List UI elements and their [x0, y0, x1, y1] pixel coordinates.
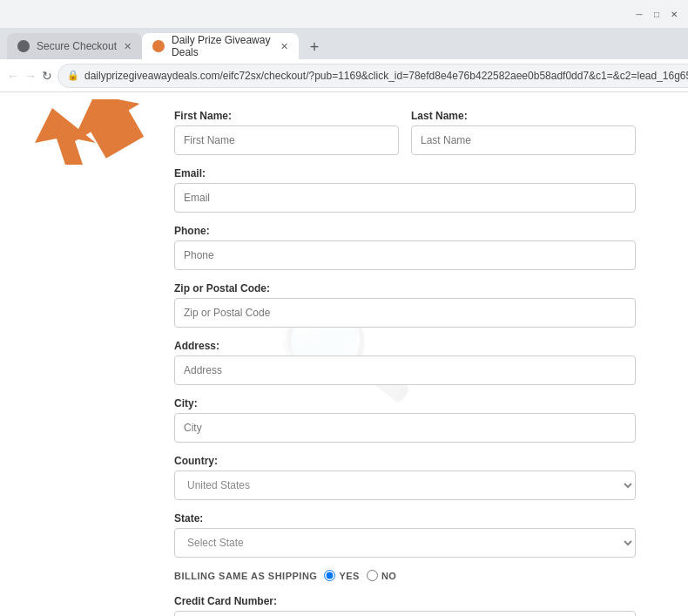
billing-no-radio[interactable]: [367, 570, 378, 581]
last-name-label: Last Name:: [411, 110, 636, 122]
state-row: State: Select State: [174, 512, 636, 558]
close-button[interactable]: ✕: [667, 7, 681, 21]
tab-favicon-daily: [152, 40, 165, 52]
state-select[interactable]: Select State: [174, 528, 636, 558]
tab-secure-checkout[interactable]: Secure Checkout ✕: [7, 33, 142, 59]
billing-no-label[interactable]: NO: [367, 570, 397, 581]
checkout-form: First Name: Last Name: Email: Phone:: [0, 92, 688, 616]
billing-yes-text: YES: [339, 571, 360, 581]
tab-label-daily: Daily Prize Giveaway Deals: [172, 34, 273, 58]
tab-daily-prize[interactable]: Daily Prize Giveaway Deals ✕: [142, 33, 299, 59]
zip-row: Zip or Postal Code:: [174, 282, 636, 328]
cc-input-wrapper: VISA: [174, 611, 636, 616]
address-text: dailyprizegiveawaydeals.com/eifc72sx/che…: [84, 70, 688, 82]
email-input[interactable]: [174, 183, 636, 213]
browser-window: ─ □ ✕ Secure Checkout ✕ Daily Prize Give…: [0, 0, 688, 616]
address-row: Address:: [174, 340, 636, 385]
zip-label: Zip or Postal Code:: [174, 282, 636, 294]
billing-yes-radio[interactable]: [324, 570, 335, 581]
minimize-button[interactable]: ─: [632, 7, 646, 21]
address-bar[interactable]: 🔒 dailyprizegiveawaydeals.com/eifc72sx/c…: [57, 64, 688, 88]
country-select[interactable]: United States: [174, 470, 636, 500]
lock-icon: 🔒: [67, 70, 79, 81]
tab-label-secure: Secure Checkout: [37, 40, 117, 52]
cc-label: Credit Card Number:: [174, 595, 636, 607]
first-name-input[interactable]: [174, 125, 399, 155]
last-name-input[interactable]: [411, 125, 636, 155]
billing-row: BILLING SAME AS SHIPPING YES NO: [174, 570, 636, 581]
billing-no-text: NO: [381, 571, 397, 581]
state-label: State:: [174, 512, 636, 525]
tab-favicon-secure: [17, 40, 30, 52]
city-label: City:: [174, 397, 636, 410]
title-bar: ─ □ ✕: [0, 0, 688, 28]
first-name-label: First Name:: [174, 110, 399, 122]
page-content: 🔍 First Name: Last Name:: [0, 92, 688, 616]
country-row: Country: United States: [174, 455, 636, 500]
address-label: Address:: [174, 340, 636, 352]
phone-input[interactable]: [174, 240, 636, 270]
address-input[interactable]: [174, 355, 636, 385]
first-name-field: First Name:: [174, 110, 399, 155]
tab-bar: Secure Checkout ✕ Daily Prize Giveaway D…: [0, 28, 688, 59]
new-tab-button[interactable]: +: [302, 35, 327, 59]
last-name-field: Last Name:: [411, 110, 636, 155]
zip-input[interactable]: [174, 298, 636, 328]
email-row: Email:: [174, 167, 636, 213]
email-label: Email:: [174, 167, 636, 179]
billing-label: BILLING SAME AS SHIPPING: [174, 571, 317, 581]
name-row: First Name: Last Name:: [174, 110, 636, 155]
cc-field: Credit Card Number: VISA: [174, 595, 636, 616]
city-input[interactable]: [174, 413, 636, 443]
back-button[interactable]: ←: [7, 64, 19, 87]
tab-close-secure[interactable]: ✕: [124, 41, 132, 52]
cc-input[interactable]: [174, 611, 636, 616]
nav-bar: ← → ↻ 🔒 dailyprizegiveawaydeals.com/eifc…: [0, 59, 688, 92]
phone-row: Phone:: [174, 225, 636, 270]
billing-yes-label[interactable]: YES: [324, 570, 360, 581]
city-row: City:: [174, 397, 636, 443]
maximize-button[interactable]: □: [650, 7, 664, 21]
country-label: Country:: [174, 455, 636, 467]
forward-button[interactable]: →: [24, 64, 37, 87]
reload-button[interactable]: ↻: [42, 64, 52, 87]
tab-close-daily[interactable]: ✕: [280, 41, 288, 52]
phone-label: Phone:: [174, 225, 636, 237]
